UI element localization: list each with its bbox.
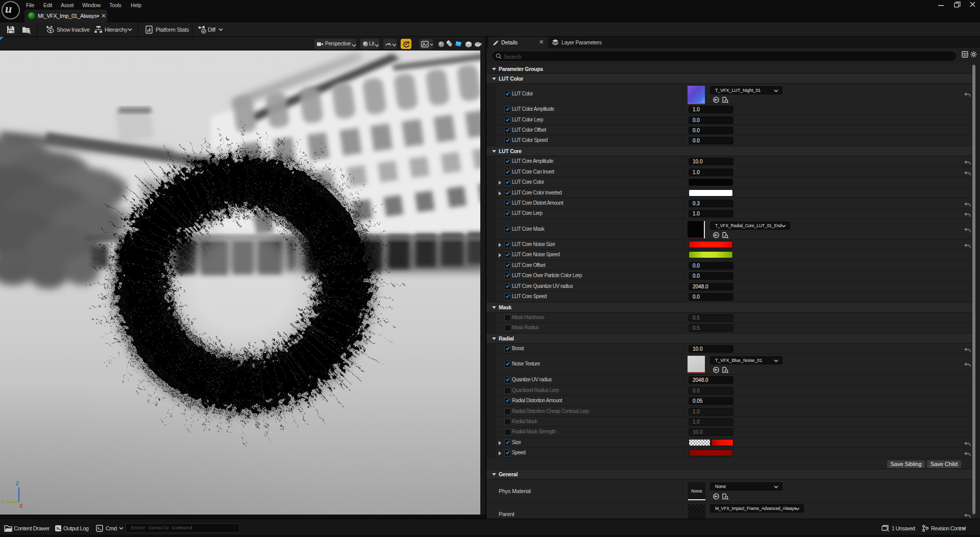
- svg-text:Y: Y: [1, 499, 5, 505]
- svg-text:Z: Z: [16, 481, 19, 486]
- svg-text:X: X: [19, 503, 23, 509]
